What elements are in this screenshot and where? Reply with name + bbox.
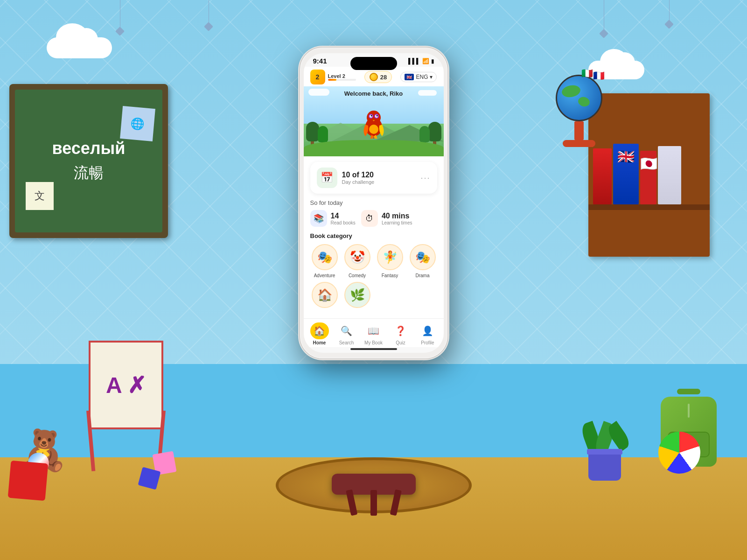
hero-welcome: Welcome back, Riko bbox=[304, 90, 444, 97]
stats-title: So for today bbox=[310, 199, 437, 206]
level-icon: 2 bbox=[310, 70, 325, 84]
hanging-1 bbox=[117, 0, 123, 35]
categories-grid-2: 🏠 🌿 bbox=[310, 282, 437, 308]
chevron-down-icon: ▾ bbox=[430, 74, 433, 80]
adventure-icon: 🎭 bbox=[312, 244, 338, 270]
language-text: ENG bbox=[416, 74, 428, 80]
hanging-2 bbox=[205, 0, 212, 30]
dynamic-island bbox=[350, 57, 397, 70]
sticky-note-1: 文 bbox=[26, 182, 54, 210]
book-4 bbox=[658, 146, 681, 204]
hero-tree-right bbox=[428, 122, 441, 146]
wifi-icon: 📶 bbox=[422, 58, 429, 64]
app-content: 📅 10 of 120 Day challenge ··· So for tod… bbox=[304, 156, 444, 318]
power-button[interactable] bbox=[447, 104, 448, 136]
status-time: 9:41 bbox=[313, 57, 327, 65]
category-extra-2[interactable]: 🌿 bbox=[343, 282, 372, 308]
phone-stand-legs bbox=[336, 490, 411, 516]
bookshelf: 🇬🇧 🇯🇵 bbox=[588, 93, 710, 257]
chalkboard: веселый 流暢 文 🌐 bbox=[9, 84, 168, 238]
easel-text: A ✗ bbox=[106, 372, 146, 398]
drama-icon: 🎭 bbox=[410, 244, 436, 270]
categories-title: Book category bbox=[310, 232, 437, 239]
category-adventure[interactable]: 🎭 Adventure bbox=[310, 244, 339, 278]
drama-label: Drama bbox=[415, 273, 429, 278]
nav-mybook[interactable]: 📖 My Book bbox=[362, 322, 385, 345]
mybook-nav-icon: 📖 bbox=[364, 322, 383, 339]
book-1 bbox=[593, 148, 612, 204]
extra-2-icon: 🌿 bbox=[344, 282, 370, 308]
fantasy-icon: 🧚 bbox=[377, 244, 403, 270]
hero-banner: Welcome back, Riko bbox=[304, 86, 444, 156]
phone-screen: 9:41 ▌▌▌ 📶 ▮ 2 Level 2 bbox=[304, 53, 444, 353]
sticky-note-2: 🌐 bbox=[120, 106, 155, 141]
svg-point-9 bbox=[370, 115, 372, 117]
level-badge: 2 Level 2 bbox=[310, 70, 356, 84]
svg-point-11 bbox=[369, 125, 378, 134]
books-label: Read books bbox=[331, 220, 356, 225]
search-nav-label: Search bbox=[339, 340, 354, 345]
coins-count: 28 bbox=[380, 74, 387, 81]
clock-icon: ⏱ bbox=[361, 210, 378, 227]
parrot-mascot bbox=[360, 106, 388, 145]
home-nav-icon: 🏠 bbox=[310, 322, 329, 339]
mybook-nav-label: My Book bbox=[364, 340, 383, 345]
coins-badge: 28 bbox=[364, 71, 392, 83]
challenge-card: 📅 10 of 120 Day challenge ··· bbox=[310, 162, 437, 194]
chalk-word-2: 流暢 bbox=[74, 163, 104, 183]
hero-tree-left bbox=[306, 122, 319, 146]
nav-quiz[interactable]: ❓ Quiz bbox=[389, 322, 412, 345]
book-3: 🇯🇵 bbox=[640, 151, 656, 204]
hanging-4 bbox=[666, 0, 672, 28]
extra-1-icon: 🏠 bbox=[312, 282, 338, 308]
level-num: 2 bbox=[316, 73, 320, 81]
home-indicator bbox=[350, 348, 397, 350]
cloud-1 bbox=[47, 37, 112, 58]
challenge-info: 10 of 120 Day challenge bbox=[342, 171, 416, 185]
categories-grid: 🎭 Adventure 🤡 Comedy 🧚 Fantasy 🎭 bbox=[310, 244, 437, 278]
status-icons: ▌▌▌ 📶 ▮ bbox=[408, 58, 434, 64]
search-nav-icon: 🔍 bbox=[337, 322, 356, 339]
category-fantasy[interactable]: 🧚 Fantasy bbox=[376, 244, 405, 278]
volume-down-button[interactable] bbox=[299, 143, 300, 167]
books-icon: 📚 bbox=[310, 210, 327, 227]
adventure-label: Adventure bbox=[314, 273, 335, 278]
time-count: 40 mins bbox=[382, 212, 412, 220]
comedy-label: Comedy bbox=[349, 273, 366, 278]
stat-books: 📚 14 Read books bbox=[310, 210, 356, 227]
level-text: Level 2 bbox=[328, 73, 356, 79]
chalk-word-1: веселый bbox=[52, 139, 126, 158]
books-count: 14 bbox=[331, 212, 356, 220]
battery-icon: ▮ bbox=[431, 58, 434, 64]
phone-device: 9:41 ▌▌▌ 📶 ▮ 2 Level 2 bbox=[299, 47, 448, 359]
quiz-nav-label: Quiz bbox=[396, 340, 405, 345]
flag-icon: 🇬🇧 bbox=[405, 74, 414, 80]
svg-point-4 bbox=[367, 111, 381, 125]
bottom-nav: 🏠 Home 🔍 Search 📖 My Book ❓ Quiz 👤 bbox=[304, 318, 444, 347]
beach-ball bbox=[658, 432, 700, 474]
toy-cube-red bbox=[8, 461, 49, 501]
challenge-number: 10 of 120 bbox=[342, 171, 416, 179]
level-progress-bar bbox=[328, 79, 356, 81]
category-extra-1[interactable]: 🏠 bbox=[310, 282, 339, 308]
nav-search[interactable]: 🔍 Search bbox=[335, 322, 358, 345]
signal-icon: ▌▌▌ bbox=[408, 58, 420, 64]
nav-home[interactable]: 🏠 Home bbox=[308, 322, 331, 345]
comedy-icon: 🤡 bbox=[344, 244, 370, 270]
profile-nav-label: Profile bbox=[421, 340, 434, 345]
nav-profile[interactable]: 👤 Profile bbox=[416, 322, 440, 345]
plant bbox=[584, 422, 626, 481]
silent-switch[interactable] bbox=[299, 90, 300, 106]
home-nav-label: Home bbox=[313, 340, 326, 345]
language-selector[interactable]: 🇬🇧 ENG ▾ bbox=[400, 72, 437, 82]
category-drama[interactable]: 🎭 Drama bbox=[408, 244, 437, 278]
svg-point-10 bbox=[376, 115, 377, 117]
volume-up-button[interactable] bbox=[299, 113, 300, 136]
globe: 🇫🇷 🇮🇹 bbox=[556, 75, 602, 147]
book-2: 🇬🇧 bbox=[613, 144, 639, 204]
challenge-menu[interactable]: ··· bbox=[420, 173, 430, 183]
hanging-3 bbox=[600, 0, 607, 37]
category-comedy[interactable]: 🤡 Comedy bbox=[343, 244, 372, 278]
stats-row: 📚 14 Read books ⏱ 40 mins Learning times bbox=[310, 210, 437, 227]
categories-section: Book category 🎭 Adventure 🤡 Comedy 🧚 bbox=[310, 232, 437, 278]
